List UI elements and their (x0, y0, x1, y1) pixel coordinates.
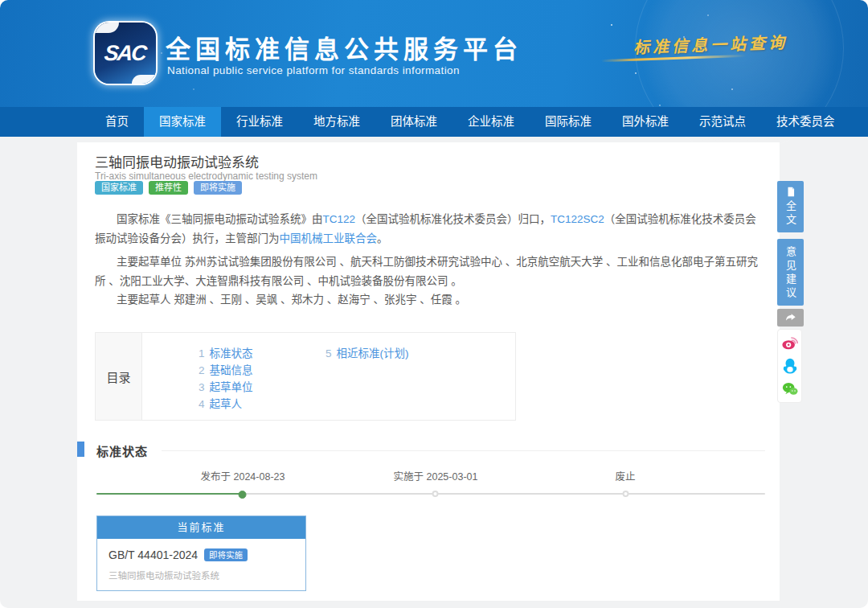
p1-text-4: 。 (377, 232, 388, 244)
toc-link[interactable]: 起草人 (210, 398, 243, 410)
toc-num: 3 (199, 381, 205, 393)
section-divider (162, 450, 765, 451)
nav-item-foreign-standards[interactable]: 国外标准 (607, 107, 684, 137)
toc-label: 目录 (96, 333, 142, 420)
section-marker (77, 442, 84, 457)
timeline-label: 废止 (615, 468, 635, 483)
card-header: 当前标准 (97, 516, 305, 539)
toc-link[interactable]: 基础信息 (210, 364, 253, 376)
toc-item-standard-status[interactable]: 1标准状态 (199, 344, 253, 360)
content-panel: 三轴同振电动振动试验系统 Tri-axis simultaneous elect… (77, 142, 780, 601)
badge-national-standard: 国家标准 (95, 181, 143, 195)
nav-item-industry-standards[interactable]: 行业标准 (221, 107, 298, 137)
toc-box: 目录 1标准状态 2基础信息 3起草单位 4起草人 5相近标准(计划) (95, 332, 516, 421)
card-badge-upcoming: 即将实施 (204, 548, 248, 561)
toc-item-drafting-units[interactable]: 3起草单位 (199, 378, 253, 394)
standard-code-row: GB/T 44401-2024 即将实施 (108, 548, 294, 561)
link-tc122sc2[interactable]: TC122SC2 (551, 213, 604, 225)
feedback-button[interactable]: 意见建议 (777, 239, 804, 306)
site-title: 全国标准信息公共服务平台 (166, 29, 522, 65)
main-nav: 首页 国家标准 行业标准 地方标准 团体标准 企业标准 国际标准 国外标准 示范… (0, 107, 868, 137)
card-standard-name: 三轴同振电动振动试验系统 (108, 569, 294, 581)
sac-logo-text: SAC (104, 41, 147, 66)
decorative-dots (611, 24, 612, 26)
site-subtitle-en: National public service platform for sta… (167, 64, 460, 76)
toc-item-basic-info[interactable]: 2基础信息 (199, 361, 253, 377)
paragraph-overview: 国家标准《三轴同振电动振动试验系统》由TC122（全国试验机标准化技术委员会）归… (95, 210, 767, 248)
toc-link[interactable]: 起草单位 (210, 381, 253, 393)
feedback-label: 意见建议 (783, 246, 798, 301)
timeline-dot-hollow (432, 491, 439, 497)
toc-num: 2 (199, 364, 205, 376)
fulltext-label: 全文 (783, 200, 798, 228)
standard-title-en: Tri-axis simultaneous electrodynamic tes… (95, 170, 317, 182)
toc-link[interactable]: 相近标准(计划) (337, 347, 409, 359)
paragraph-drafters: 主要起草人 郑建洲 、王刚 、吴飒 、郑木力 、赵海宁 、张兆宇 、任霞 。 (95, 290, 767, 310)
badge-recommended: 推荐性 (149, 181, 188, 195)
section-header-standard-status: 标准状态 (77, 441, 780, 458)
timeline-dot-hollow (622, 491, 628, 497)
social-share-box (777, 329, 802, 403)
status-timeline: 发布于 2024-08-23 实施于 2025-03-01 废止 (77, 468, 780, 508)
toc-num: 5 (326, 347, 332, 359)
toc-num: 4 (199, 398, 205, 410)
nav-item-home[interactable]: 首页 (90, 107, 144, 137)
share-icon (784, 311, 797, 324)
toc-link[interactable]: 标准状态 (210, 347, 253, 359)
toc-num: 1 (199, 347, 205, 359)
sac-logo[interactable]: SAC (95, 23, 156, 84)
link-tc122[interactable]: TC122 (323, 213, 356, 225)
paragraph-drafting-units: 主要起草单位 苏州苏试试验集团股份有限公司 、航天科工防御技术研究试验中心 、北… (95, 253, 767, 290)
timeline-event-published: 发布于 2024-08-23 (201, 468, 285, 499)
p1-text-2: （全国试验机标准化技术委员会）归口， (355, 213, 551, 225)
page: SAC 全国标准信息公共服务平台 National public service… (0, 0, 868, 608)
p1-text-1: 国家标准《三轴同振电动振动试验系统》由 (117, 213, 323, 225)
timeline-label: 发布于 2024-08-23 (201, 468, 285, 483)
nav-item-pilot-programs[interactable]: 示范试点 (684, 107, 761, 137)
badge-upcoming: 即将实施 (194, 181, 242, 195)
link-machinery-federation[interactable]: 中国机械工业联合会 (280, 232, 378, 244)
nav-item-international-standards[interactable]: 国际标准 (530, 107, 607, 137)
nav-item-technical-committees[interactable]: 技术委员会 (761, 107, 850, 137)
floating-sidebar: 全文 意见建议 (777, 181, 804, 403)
nav-item-group-standards[interactable]: 团体标准 (375, 107, 452, 137)
timeline-event-abolished: 废止 (615, 468, 635, 497)
badge-row: 国家标准 推荐性 即将实施 (95, 181, 242, 195)
document-icon (785, 186, 796, 198)
toc-item-similar-standards[interactable]: 5相近标准(计划) (326, 344, 409, 360)
nav-item-national-standards[interactable]: 国家标准 (144, 107, 221, 137)
timeline-dot-filled (239, 491, 247, 499)
wechat-icon[interactable] (781, 380, 799, 398)
timeline-label: 实施于 2025-03-01 (394, 468, 478, 483)
card-body: GB/T 44401-2024 即将实施 三轴同振电动振动试验系统 (97, 539, 305, 581)
current-standard-card[interactable]: 当前标准 GB/T 44401-2024 即将实施 三轴同振电动振动试验系统 (96, 516, 306, 591)
header-banner: SAC 全国标准信息公共服务平台 National public service… (0, 0, 868, 107)
fulltext-button[interactable]: 全文 (777, 181, 804, 232)
toc-body: 1标准状态 2基础信息 3起草单位 4起草人 5相近标准(计划) (142, 333, 515, 420)
standard-code: GB/T 44401-2024 (108, 548, 198, 561)
share-button[interactable] (777, 309, 804, 327)
section-title: 标准状态 (96, 442, 148, 459)
nav-item-enterprise-standards[interactable]: 企业标准 (452, 107, 530, 137)
nav-item-local-standards[interactable]: 地方标准 (298, 107, 375, 137)
qq-icon[interactable] (781, 357, 799, 375)
toc-item-drafters[interactable]: 4起草人 (199, 395, 242, 411)
weibo-icon[interactable] (781, 334, 799, 351)
standard-title: 三轴同振电动振动试验系统 (95, 151, 259, 171)
timeline-event-implemented: 实施于 2025-03-01 (394, 468, 478, 497)
